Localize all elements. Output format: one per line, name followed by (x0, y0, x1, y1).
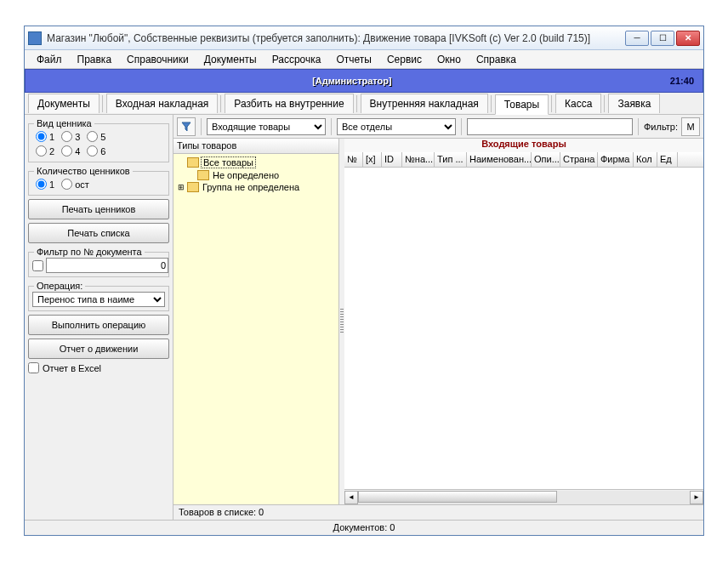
col-unit[interactable]: Ед (657, 152, 678, 167)
col-desc[interactable]: Опи... (532, 152, 560, 167)
tab-divider (356, 95, 357, 112)
tab-divider (491, 95, 492, 112)
menubar: Файл Правка Справочники Документы Рассро… (25, 50, 703, 69)
splitter-grip (340, 309, 344, 334)
clock-label: 21:40 (670, 76, 694, 86)
execute-operation-button[interactable]: Выполнить операцию (28, 315, 169, 335)
separator (201, 118, 202, 135)
goods-status: Товаров в списке: 0 (173, 504, 703, 520)
folder-icon (187, 157, 199, 168)
col-name[interactable]: Наименован... (467, 152, 532, 167)
tree-pane: Типы товаров Все товары Не определено (173, 139, 339, 504)
separator (638, 118, 639, 135)
col-qty[interactable]: Кол (634, 152, 657, 167)
col-x[interactable]: [x] (363, 152, 382, 167)
price-tag-group: Вид ценника 1 3 5 2 4 6 (28, 123, 169, 162)
maximize-button[interactable]: ☐ (651, 31, 674, 46)
left-pane: Вид ценника 1 3 5 2 4 6 Количество ценни… (25, 115, 173, 520)
close-button[interactable]: ✕ (676, 31, 700, 46)
admin-label: [Администратор] (34, 76, 670, 86)
movement-report-button[interactable]: Отчет о движении (28, 339, 169, 359)
scroll-track[interactable] (358, 491, 690, 504)
print-tags-button[interactable]: Печать ценников (28, 199, 169, 219)
grid-body[interactable] (344, 168, 703, 489)
department-combo[interactable]: Все отделы (337, 118, 456, 135)
main-window: Магазин "Любой", Собственные реквизиты (… (24, 26, 704, 536)
separator (331, 118, 332, 135)
tree-item-group-undefined[interactable]: ⊞ Группа не определена (175, 181, 337, 193)
menu-edit[interactable]: Правка (71, 52, 119, 67)
admin-banner: [Администратор] 21:40 (25, 69, 703, 93)
col-firm[interactable]: Фирма (598, 152, 634, 167)
qty-title: Количество ценников (34, 166, 133, 176)
filter-icon[interactable] (177, 117, 196, 136)
horizontal-scrollbar: ◄ ► (344, 489, 703, 504)
tree-header: Типы товаров (173, 139, 338, 154)
operation-title: Операция: (34, 281, 85, 291)
price-tag-radio-6[interactable]: 6 (87, 145, 105, 156)
letter-m-button[interactable]: М (681, 117, 700, 136)
col-country[interactable]: Страна (560, 152, 598, 167)
menu-installment[interactable]: Рассрочка (265, 52, 328, 67)
app-icon (28, 31, 42, 45)
filter-doc-checkbox[interactable] (32, 260, 43, 271)
col-no-na[interactable]: №на... (402, 152, 435, 167)
operation-combo[interactable]: Перенос типа в наиме (32, 292, 165, 307)
tab-request[interactable]: Заявка (608, 94, 660, 113)
filter-doc-input[interactable] (46, 258, 168, 273)
goods-filter-combo[interactable]: Входящие товары (207, 118, 326, 135)
expand-icon[interactable]: ⊞ (177, 183, 185, 191)
docs-status: Документов: 0 (25, 520, 703, 535)
menu-lookups[interactable]: Справочники (120, 52, 196, 67)
menu-documents[interactable]: Документы (197, 52, 264, 67)
scroll-left-button[interactable]: ◄ (344, 491, 358, 504)
col-id[interactable]: ID (382, 152, 402, 167)
tabbar: Документы Входная накладная Разбить на в… (25, 93, 703, 115)
menu-file[interactable]: Файл (30, 52, 69, 67)
price-tag-radio-1[interactable]: 1 (36, 131, 54, 142)
qty-group: Количество ценников 1 ост (28, 171, 169, 196)
folder-icon (187, 182, 199, 192)
scroll-thumb[interactable] (358, 491, 557, 503)
filter-label: Фильтр: (644, 122, 678, 132)
menu-service[interactable]: Сервис (380, 52, 429, 67)
titlebar: Магазин "Любой", Собственные реквизиты (… (25, 26, 703, 50)
tab-incoming-invoice[interactable]: Входная накладная (106, 94, 218, 113)
tab-documents[interactable]: Документы (28, 94, 100, 113)
content-area: Вид ценника 1 3 5 2 4 6 Количество ценни… (25, 115, 703, 520)
scroll-right-button[interactable]: ► (690, 491, 703, 504)
tab-internal-invoice[interactable]: Внутренняя накладная (361, 94, 488, 113)
window-buttons: ─ ☐ ✕ (625, 31, 700, 46)
col-num[interactable]: № (344, 152, 363, 167)
tab-divider (551, 95, 552, 112)
price-tag-radio-5[interactable]: 5 (87, 131, 105, 142)
price-tag-radio-3[interactable]: 3 (61, 131, 80, 142)
menu-reports[interactable]: Отчеты (329, 52, 378, 67)
menu-help[interactable]: Справка (469, 52, 523, 67)
menu-window[interactable]: Окно (430, 52, 468, 67)
price-tag-title: Вид ценника (34, 118, 94, 128)
filter-doc-group: Фильтр по № документа (28, 252, 169, 277)
price-tag-radio-4[interactable]: 4 (61, 145, 80, 156)
qty-radio-ost[interactable]: ост (61, 179, 89, 190)
minimize-button[interactable]: ─ (625, 31, 649, 46)
tree[interactable]: Все товары Не определено ⊞ Группа не опр… (173, 154, 338, 504)
folder-icon (197, 170, 209, 180)
excel-report-checkbox[interactable]: Отчет в Excel (28, 362, 169, 373)
search-input[interactable] (467, 118, 633, 135)
tab-divider (102, 95, 103, 112)
mid-row: Типы товаров Все товары Не определено (173, 139, 703, 504)
filter-doc-title: Фильтр по № документа (34, 247, 145, 257)
tab-split-internal[interactable]: Разбить на внутренние (225, 94, 353, 113)
qty-radio-1[interactable]: 1 (36, 179, 54, 190)
right-pane: Входящие товары Все отделы Фильтр: М Тип… (173, 115, 703, 520)
print-list-button[interactable]: Печать списка (28, 223, 169, 243)
col-type[interactable]: Тип ... (435, 152, 467, 167)
tree-item-all-goods[interactable]: Все товары (175, 156, 337, 169)
tree-item-undefined[interactable]: Не определено (175, 169, 337, 181)
operation-group: Операция: Перенос типа в наиме (28, 286, 169, 311)
tab-goods[interactable]: Товары (495, 94, 549, 115)
price-tag-radio-2[interactable]: 2 (36, 145, 54, 156)
tab-cashbox[interactable]: Касса (555, 94, 601, 113)
tab-divider (220, 95, 221, 112)
